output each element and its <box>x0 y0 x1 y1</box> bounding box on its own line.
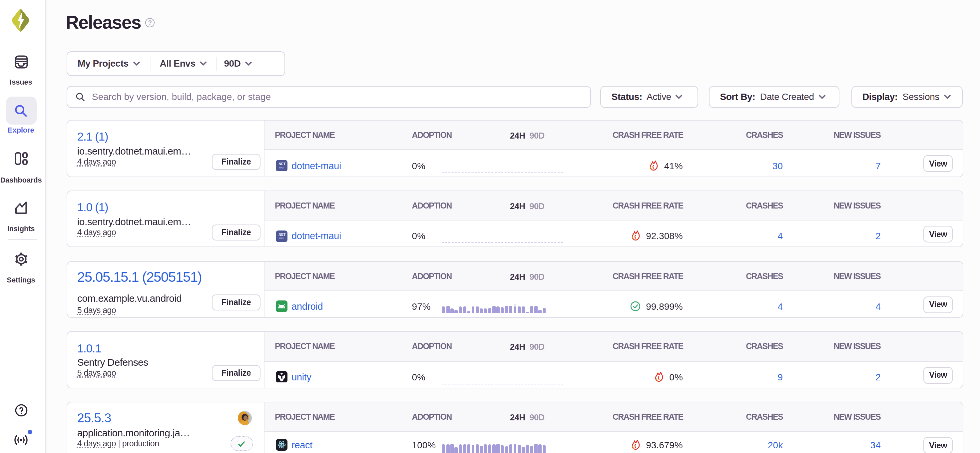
svg-text:MAUI: MAUI <box>279 167 285 169</box>
svg-text:.NET: .NET <box>278 232 286 237</box>
svg-text:.NET: .NET <box>278 162 286 166</box>
svg-text:MAUI: MAUI <box>279 237 285 239</box>
